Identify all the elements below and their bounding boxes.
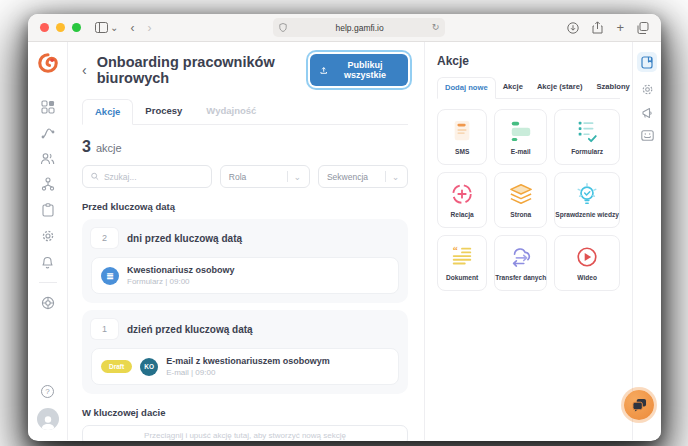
relation-icon [450, 182, 474, 206]
sidebar-toggle-button[interactable]: ⌄ [95, 22, 118, 33]
filters-row: Rola ⌄ Sekwencja ⌄ [82, 165, 408, 188]
tab-akcje[interactable]: Akcje [82, 99, 133, 125]
group-label: dni przed kluczową datą [127, 233, 242, 244]
email-icon [509, 119, 533, 143]
sidebar-item-notifications[interactable] [41, 255, 54, 269]
sequence-select[interactable]: Sekwencja ⌄ [318, 165, 408, 188]
tab-wydajnosc[interactable]: Wydajność [194, 99, 268, 124]
sidebar-item-tasks[interactable] [42, 203, 54, 217]
sidebar-item-people[interactable] [40, 152, 55, 165]
sidebar-item-integrations[interactable] [41, 296, 55, 310]
tile-relacja[interactable]: Relacja [437, 172, 487, 228]
url-text: help.gamfi.io [287, 23, 431, 33]
tile-transfer-danych[interactable]: Transfer danych [494, 235, 547, 291]
tile-label: Transfer danych [495, 274, 546, 281]
action-group-1-day: 1 dzień przed kluczową datą Draft KO E-m… [82, 310, 408, 394]
tab-overview-icon[interactable] [637, 22, 649, 34]
minimize-window-button[interactable] [56, 23, 65, 32]
user-avatar[interactable] [37, 408, 59, 430]
role-select-value: Rola [229, 172, 246, 182]
back-button[interactable]: ‹ [130, 22, 134, 34]
sidebar-item-dashboard[interactable] [41, 100, 55, 114]
actions-panel: Akcje Dodaj nowe Akcje Akcje (stare) Sza… [424, 42, 632, 440]
window-controls [40, 23, 81, 32]
publish-all-button[interactable]: Publikuj wszystkie [310, 54, 408, 86]
drag-drop-zone[interactable]: Przeciągnij i upuść akcję tutaj, aby stw… [82, 425, 408, 441]
page-title: Onboarding pracowników biurowych [97, 54, 310, 86]
video-icon [575, 245, 599, 269]
new-tab-icon[interactable]: + [616, 21, 624, 34]
gear-icon[interactable] [641, 83, 654, 96]
tile-email[interactable]: E-mail [494, 109, 547, 165]
action-title: E-mail z kwestionariuszem osobowym [166, 356, 330, 366]
panel-tab-akcje[interactable]: Akcje [496, 77, 530, 98]
select-divider [287, 171, 288, 182]
reload-icon[interactable]: ↻ [432, 23, 440, 32]
action-item-email[interactable]: Draft KO E-mail z kwestionariuszem osobo… [91, 348, 399, 385]
form-action-icon: ≣ [101, 267, 119, 285]
search-input[interactable] [104, 172, 203, 182]
actions-count-label: akcje [96, 142, 122, 154]
sidebar-divider [39, 282, 57, 283]
tile-formularz[interactable]: Formularz [554, 109, 620, 165]
zoom-window-button[interactable] [72, 23, 81, 32]
chat-widget-button[interactable] [624, 390, 654, 420]
tile-label: Relacja [451, 211, 474, 218]
megaphone-icon[interactable] [641, 107, 653, 119]
section-on-date-label: W kluczowej dacie [82, 407, 408, 418]
gamfi-logo[interactable] [37, 52, 59, 74]
panel-tab-akcje-stare[interactable]: Akcje (stare) [530, 77, 590, 98]
page-icon [508, 182, 534, 206]
chevron-down-icon: ⌄ [294, 172, 301, 182]
help-icon[interactable]: ? [41, 385, 54, 398]
sms-icon [451, 119, 473, 143]
tab-procesy[interactable]: Procesy [133, 99, 194, 124]
panel-tab-dodaj-nowe[interactable]: Dodaj nowe [437, 77, 496, 99]
group-label: dzień przed kluczową datą [127, 324, 253, 335]
downloads-icon[interactable] [567, 22, 579, 34]
panel-tabs: Dodaj nowe Akcje Akcje (stare) Szablony [437, 77, 620, 99]
back-icon[interactable]: ‹ [82, 63, 87, 77]
action-item-kwestionariusz[interactable]: ≣ Kwestionariusz osobowy Formularz | 09:… [91, 257, 399, 294]
panel-title: Akcje [437, 54, 620, 68]
forward-button[interactable]: › [147, 22, 151, 34]
browser-window: ⌄ ‹ › help.gamfi.io ↻ [28, 14, 661, 441]
tile-label: Strona [510, 211, 531, 218]
tile-strona[interactable]: Strona [494, 172, 547, 228]
tile-dokument[interactable]: “ Dokument [437, 235, 487, 291]
tile-wideo[interactable]: Wideo [554, 235, 620, 291]
chevron-down-icon: ⌄ [110, 23, 118, 33]
share-icon[interactable] [592, 21, 603, 34]
notes-icon [641, 56, 653, 69]
actions-count: 3 [82, 138, 91, 156]
select-divider [385, 171, 386, 182]
address-bar[interactable]: help.gamfi.io ↻ [273, 18, 445, 37]
sequence-select-value: Sekwencja [327, 172, 368, 182]
close-window-button[interactable] [40, 23, 49, 32]
chat-bubbles-icon [632, 398, 647, 412]
sidebar-item-settings[interactable] [41, 229, 55, 243]
svg-text:“: “ [453, 245, 458, 256]
tile-label: E-mail [511, 148, 531, 155]
tile-sms[interactable]: SMS [437, 109, 487, 165]
feedback-card-icon[interactable] [641, 130, 654, 141]
knowledge-check-icon [575, 182, 599, 206]
tile-sprawdzenie-wiedzy[interactable]: Sprawdzenie wiedzy [554, 172, 620, 228]
sidebar-icon [95, 22, 108, 33]
tile-label: SMS [455, 148, 469, 155]
sidebar-item-organization[interactable] [41, 177, 55, 191]
days-value-input[interactable]: 2 [91, 228, 118, 248]
sidebar-item-journeys[interactable] [41, 126, 55, 140]
action-title: Kwestionariusz osobowy [127, 265, 235, 275]
search-field[interactable] [82, 165, 212, 188]
notes-tool-button[interactable] [637, 52, 657, 72]
form-icon [575, 119, 599, 143]
action-meta: Formularz | 09:00 [127, 277, 235, 286]
desktop: ⌄ ‹ › help.gamfi.io ↻ [0, 0, 688, 446]
left-sidebar: ? [28, 42, 68, 440]
panel-tab-szablony[interactable]: Szablony [589, 77, 636, 98]
tile-label: Dokument [446, 274, 478, 281]
search-icon [91, 172, 99, 181]
days-value-input[interactable]: 1 [91, 319, 118, 339]
role-select[interactable]: Rola ⌄ [220, 165, 310, 188]
